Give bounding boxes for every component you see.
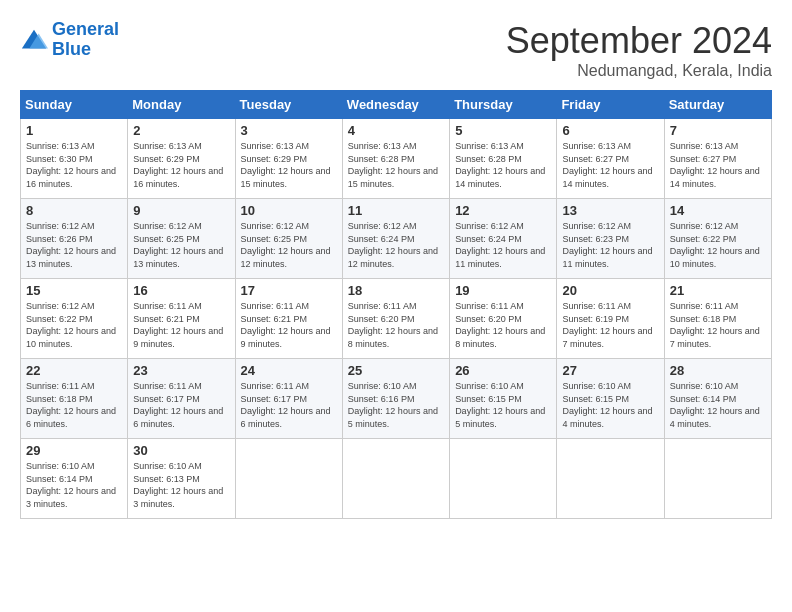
calendar-cell: 18Sunrise: 6:11 AMSunset: 6:20 PMDayligh… [342, 279, 449, 359]
day-info: Sunrise: 6:12 AMSunset: 6:22 PMDaylight:… [26, 300, 122, 350]
calendar-cell: 28Sunrise: 6:10 AMSunset: 6:14 PMDayligh… [664, 359, 771, 439]
day-number: 7 [670, 123, 766, 138]
day-info: Sunrise: 6:13 AMSunset: 6:30 PMDaylight:… [26, 140, 122, 190]
calendar-cell: 9Sunrise: 6:12 AMSunset: 6:25 PMDaylight… [128, 199, 235, 279]
calendar-cell: 2Sunrise: 6:13 AMSunset: 6:29 PMDaylight… [128, 119, 235, 199]
day-number: 8 [26, 203, 122, 218]
day-number: 23 [133, 363, 229, 378]
day-info: Sunrise: 6:11 AMSunset: 6:18 PMDaylight:… [26, 380, 122, 430]
calendar-cell [664, 439, 771, 519]
location-subtitle: Nedumangad, Kerala, India [506, 62, 772, 80]
day-number: 1 [26, 123, 122, 138]
calendar-cell: 3Sunrise: 6:13 AMSunset: 6:29 PMDaylight… [235, 119, 342, 199]
calendar-header-row: SundayMondayTuesdayWednesdayThursdayFrid… [21, 91, 772, 119]
day-number: 22 [26, 363, 122, 378]
month-title: September 2024 [506, 20, 772, 62]
calendar-cell: 20Sunrise: 6:11 AMSunset: 6:19 PMDayligh… [557, 279, 664, 359]
header-tuesday: Tuesday [235, 91, 342, 119]
day-info: Sunrise: 6:13 AMSunset: 6:27 PMDaylight:… [670, 140, 766, 190]
header-wednesday: Wednesday [342, 91, 449, 119]
calendar-cell: 19Sunrise: 6:11 AMSunset: 6:20 PMDayligh… [450, 279, 557, 359]
day-number: 11 [348, 203, 444, 218]
day-info: Sunrise: 6:10 AMSunset: 6:14 PMDaylight:… [26, 460, 122, 510]
day-number: 4 [348, 123, 444, 138]
day-info: Sunrise: 6:12 AMSunset: 6:22 PMDaylight:… [670, 220, 766, 270]
day-number: 24 [241, 363, 337, 378]
day-info: Sunrise: 6:11 AMSunset: 6:20 PMDaylight:… [348, 300, 444, 350]
calendar-week-row: 15Sunrise: 6:12 AMSunset: 6:22 PMDayligh… [21, 279, 772, 359]
calendar-cell: 22Sunrise: 6:11 AMSunset: 6:18 PMDayligh… [21, 359, 128, 439]
day-info: Sunrise: 6:11 AMSunset: 6:19 PMDaylight:… [562, 300, 658, 350]
header-sunday: Sunday [21, 91, 128, 119]
day-number: 29 [26, 443, 122, 458]
calendar-cell: 4Sunrise: 6:13 AMSunset: 6:28 PMDaylight… [342, 119, 449, 199]
calendar-cell: 30Sunrise: 6:10 AMSunset: 6:13 PMDayligh… [128, 439, 235, 519]
day-number: 25 [348, 363, 444, 378]
day-number: 16 [133, 283, 229, 298]
logo-line1: General [52, 19, 119, 39]
day-number: 30 [133, 443, 229, 458]
day-number: 5 [455, 123, 551, 138]
day-number: 9 [133, 203, 229, 218]
calendar-cell: 15Sunrise: 6:12 AMSunset: 6:22 PMDayligh… [21, 279, 128, 359]
calendar-cell: 29Sunrise: 6:10 AMSunset: 6:14 PMDayligh… [21, 439, 128, 519]
day-number: 17 [241, 283, 337, 298]
calendar-cell: 5Sunrise: 6:13 AMSunset: 6:28 PMDaylight… [450, 119, 557, 199]
header-friday: Friday [557, 91, 664, 119]
logo-icon [20, 26, 48, 54]
title-section: September 2024 Nedumangad, Kerala, India [506, 20, 772, 80]
day-number: 3 [241, 123, 337, 138]
day-info: Sunrise: 6:12 AMSunset: 6:23 PMDaylight:… [562, 220, 658, 270]
calendar-cell: 13Sunrise: 6:12 AMSunset: 6:23 PMDayligh… [557, 199, 664, 279]
day-info: Sunrise: 6:12 AMSunset: 6:26 PMDaylight:… [26, 220, 122, 270]
calendar-cell: 25Sunrise: 6:10 AMSunset: 6:16 PMDayligh… [342, 359, 449, 439]
calendar-cell: 27Sunrise: 6:10 AMSunset: 6:15 PMDayligh… [557, 359, 664, 439]
calendar-cell: 7Sunrise: 6:13 AMSunset: 6:27 PMDaylight… [664, 119, 771, 199]
calendar-cell: 8Sunrise: 6:12 AMSunset: 6:26 PMDaylight… [21, 199, 128, 279]
calendar-cell: 12Sunrise: 6:12 AMSunset: 6:24 PMDayligh… [450, 199, 557, 279]
day-number: 13 [562, 203, 658, 218]
calendar-cell [557, 439, 664, 519]
day-number: 10 [241, 203, 337, 218]
calendar-week-row: 29Sunrise: 6:10 AMSunset: 6:14 PMDayligh… [21, 439, 772, 519]
calendar-cell: 21Sunrise: 6:11 AMSunset: 6:18 PMDayligh… [664, 279, 771, 359]
logo-line2: Blue [52, 39, 91, 59]
day-info: Sunrise: 6:12 AMSunset: 6:24 PMDaylight:… [455, 220, 551, 270]
calendar-table: SundayMondayTuesdayWednesdayThursdayFrid… [20, 90, 772, 519]
day-number: 14 [670, 203, 766, 218]
header-monday: Monday [128, 91, 235, 119]
calendar-cell: 1Sunrise: 6:13 AMSunset: 6:30 PMDaylight… [21, 119, 128, 199]
calendar-week-row: 1Sunrise: 6:13 AMSunset: 6:30 PMDaylight… [21, 119, 772, 199]
day-info: Sunrise: 6:10 AMSunset: 6:13 PMDaylight:… [133, 460, 229, 510]
day-info: Sunrise: 6:12 AMSunset: 6:25 PMDaylight:… [133, 220, 229, 270]
day-number: 19 [455, 283, 551, 298]
day-info: Sunrise: 6:11 AMSunset: 6:20 PMDaylight:… [455, 300, 551, 350]
calendar-cell: 6Sunrise: 6:13 AMSunset: 6:27 PMDaylight… [557, 119, 664, 199]
calendar-week-row: 8Sunrise: 6:12 AMSunset: 6:26 PMDaylight… [21, 199, 772, 279]
calendar-cell: 23Sunrise: 6:11 AMSunset: 6:17 PMDayligh… [128, 359, 235, 439]
calendar-cell: 14Sunrise: 6:12 AMSunset: 6:22 PMDayligh… [664, 199, 771, 279]
day-info: Sunrise: 6:10 AMSunset: 6:15 PMDaylight:… [562, 380, 658, 430]
header-saturday: Saturday [664, 91, 771, 119]
day-number: 18 [348, 283, 444, 298]
day-info: Sunrise: 6:13 AMSunset: 6:29 PMDaylight:… [133, 140, 229, 190]
day-info: Sunrise: 6:13 AMSunset: 6:28 PMDaylight:… [348, 140, 444, 190]
day-info: Sunrise: 6:13 AMSunset: 6:27 PMDaylight:… [562, 140, 658, 190]
calendar-cell: 24Sunrise: 6:11 AMSunset: 6:17 PMDayligh… [235, 359, 342, 439]
day-info: Sunrise: 6:11 AMSunset: 6:21 PMDaylight:… [133, 300, 229, 350]
day-number: 2 [133, 123, 229, 138]
day-info: Sunrise: 6:11 AMSunset: 6:21 PMDaylight:… [241, 300, 337, 350]
header-thursday: Thursday [450, 91, 557, 119]
day-number: 15 [26, 283, 122, 298]
day-number: 26 [455, 363, 551, 378]
calendar-cell [342, 439, 449, 519]
day-info: Sunrise: 6:10 AMSunset: 6:16 PMDaylight:… [348, 380, 444, 430]
day-info: Sunrise: 6:13 AMSunset: 6:28 PMDaylight:… [455, 140, 551, 190]
day-number: 27 [562, 363, 658, 378]
day-info: Sunrise: 6:13 AMSunset: 6:29 PMDaylight:… [241, 140, 337, 190]
logo-text: General Blue [52, 20, 119, 60]
day-info: Sunrise: 6:11 AMSunset: 6:17 PMDaylight:… [133, 380, 229, 430]
day-number: 6 [562, 123, 658, 138]
logo: General Blue [20, 20, 119, 60]
day-info: Sunrise: 6:11 AMSunset: 6:17 PMDaylight:… [241, 380, 337, 430]
